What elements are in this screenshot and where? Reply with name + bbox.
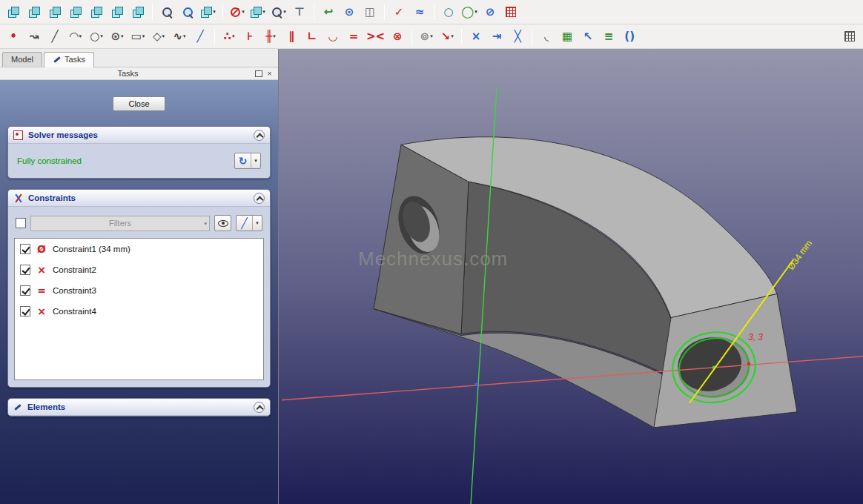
sketch-rectangle-button[interactable]: ▭▾ bbox=[128, 27, 148, 46]
sketch-bspline-button[interactable]: ∿▾ bbox=[170, 27, 189, 46]
filter-checkbox[interactable] bbox=[16, 218, 26, 228]
sketch-circle-button[interactable]: ○▾ bbox=[87, 27, 106, 46]
view-standard-views-button[interactable]: ▾ bbox=[199, 2, 218, 21]
constraint-checkbox[interactable] bbox=[20, 244, 30, 254]
sketch-ellipse-tools-button[interactable]: ◯▾ bbox=[460, 2, 479, 21]
sketch-arc-dropdown-arrow[interactable]: ▾ bbox=[79, 33, 82, 39]
constraint-row[interactable]: =Constraint3 bbox=[15, 280, 263, 301]
toggle-grid-button[interactable] bbox=[840, 27, 859, 46]
sketch-rectangle-dropdown-arrow[interactable]: ▾ bbox=[142, 33, 145, 39]
constraint-settings-dropdown[interactable]: ▾ bbox=[252, 216, 262, 231]
view-stereo-button[interactable]: ▾ bbox=[248, 2, 268, 21]
dimension-dropdown-arrow[interactable]: ▾ bbox=[451, 33, 454, 39]
tab-tasks[interactable]: Tasks bbox=[44, 52, 94, 67]
sketch-polyline-button[interactable]: ↝ bbox=[24, 27, 44, 46]
constrain-lock-button[interactable]: ⊚▾ bbox=[417, 27, 436, 46]
constrain-parallel-button[interactable]: ∥ bbox=[282, 27, 301, 46]
view-fit-all-button[interactable] bbox=[157, 2, 176, 21]
panel-float-button[interactable] bbox=[253, 69, 264, 79]
view-clipping-plane-button[interactable]: ⊤ bbox=[290, 2, 309, 21]
filter-combo-arrow[interactable]: ▾ bbox=[204, 221, 207, 227]
constrain-horizontal-vertical-button[interactable]: ╫▾ bbox=[261, 27, 280, 46]
constrain-parallel-icon: ∥ bbox=[288, 31, 294, 42]
view-standard-views-dropdown-arrow[interactable]: ▾ bbox=[213, 9, 216, 15]
constrain-tangent-button[interactable]: ◡ bbox=[323, 27, 343, 46]
close-task-button[interactable]: Close bbox=[113, 96, 165, 111]
constraint-checkbox[interactable] bbox=[20, 285, 30, 296]
sketch-point-button[interactable]: • bbox=[4, 27, 23, 46]
sketch-conic-dropdown-arrow[interactable]: ▾ bbox=[121, 33, 124, 39]
constrain-coincident-dropdown-arrow[interactable]: ▾ bbox=[232, 33, 235, 39]
constraint-row[interactable]: ØConstraint1 (34 mm) bbox=[15, 239, 263, 259]
sketch-circle-tool-button[interactable]: ○ bbox=[439, 2, 458, 21]
sketch-origin-point[interactable] bbox=[475, 383, 478, 386]
view-top-button[interactable] bbox=[45, 2, 65, 21]
sketch-trim-button[interactable]: × bbox=[466, 27, 486, 46]
view-rear-button[interactable] bbox=[87, 2, 106, 21]
draw-style-dropdown-arrow[interactable]: ▾ bbox=[242, 9, 245, 15]
show-hide-constraints-button[interactable] bbox=[214, 215, 231, 231]
carbon-copy-button[interactable]: ≡ bbox=[599, 27, 618, 46]
solver-collapse-button[interactable] bbox=[254, 130, 265, 141]
view-isometric-button[interactable] bbox=[4, 2, 23, 21]
dimension-button[interactable]: ↘▾ bbox=[437, 27, 457, 46]
constrain-coincident-button[interactable]: ∴▾ bbox=[219, 27, 239, 46]
view-stereo-dropdown-arrow[interactable]: ▾ bbox=[262, 9, 265, 15]
constrain-equal-button[interactable]: = bbox=[344, 27, 363, 46]
sketch-view-normal-button[interactable]: ⊙ bbox=[340, 2, 359, 21]
solver-refresh-dropdown[interactable]: ▾ bbox=[251, 153, 260, 168]
tab-model[interactable]: Model bbox=[2, 52, 42, 67]
toggle-construction-geometry-button[interactable]: ╱ bbox=[191, 27, 210, 46]
draw-style-button[interactable]: ▾ bbox=[228, 2, 247, 21]
view-zoom-tools-button[interactable]: ▾ bbox=[269, 2, 288, 21]
view-left-button[interactable] bbox=[128, 2, 148, 21]
sketch-grid-snap-button[interactable] bbox=[501, 2, 520, 21]
sketch-arc-button[interactable]: ◠▾ bbox=[66, 27, 85, 46]
view-zoom-tools-dropdown-arrow[interactable]: ▾ bbox=[283, 9, 286, 15]
constraints-collapse-button[interactable] bbox=[254, 193, 265, 204]
sketch-polygon-button[interactable]: ◇▾ bbox=[149, 27, 168, 46]
constrain-block-button[interactable]: ⊗ bbox=[388, 27, 407, 46]
view-fit-selection-button[interactable] bbox=[178, 2, 197, 21]
sketch-view-section-button[interactable]: ◫ bbox=[360, 2, 380, 21]
sketch-leave-button[interactable]: ↩ bbox=[319, 2, 338, 21]
sketch-virtual-space-button[interactable]: ⊘ bbox=[480, 2, 500, 21]
filter-combo[interactable]: Filters ▾ bbox=[30, 216, 210, 231]
constraint-row[interactable]: ×Constraint4 bbox=[15, 301, 263, 322]
sketch-symmetry-button[interactable]: () bbox=[620, 27, 639, 46]
sketch-polygon-dropdown-arrow[interactable]: ▾ bbox=[162, 33, 165, 39]
view-bottom-button[interactable] bbox=[108, 2, 127, 21]
constraints-header[interactable]: Constraints bbox=[8, 190, 270, 207]
constrain-point-on-object-button[interactable]: ⊦ bbox=[240, 27, 259, 46]
constraint-settings-icon[interactable]: ╱ bbox=[237, 216, 252, 231]
3d-viewport[interactable]: Ø34 mm 3, 3 Mechnexus.com bbox=[279, 49, 863, 504]
view-right-button[interactable] bbox=[66, 2, 85, 21]
external-geometry-button[interactable]: ↖ bbox=[578, 27, 598, 46]
view-front-button[interactable] bbox=[24, 2, 44, 21]
sketch-circle-dropdown-arrow[interactable]: ▾ bbox=[100, 33, 103, 39]
sketch-bspline-dropdown-arrow[interactable]: ▾ bbox=[183, 33, 186, 39]
circle-edge-point[interactable] bbox=[747, 362, 750, 365]
constrain-symmetric-button[interactable]: >< bbox=[365, 27, 386, 46]
sketch-ellipse-tools-dropdown-arrow[interactable]: ▾ bbox=[475, 9, 477, 15]
elements-collapse-button[interactable] bbox=[254, 402, 265, 413]
viewport-canvas[interactable]: Ø34 mm 3, 3 Mechnexus.com bbox=[279, 49, 863, 504]
sketch-array-button[interactable]: ▦ bbox=[558, 27, 577, 46]
constrain-perpendicular-button[interactable]: ∟ bbox=[302, 27, 322, 46]
elements-header[interactable]: Elements bbox=[8, 399, 270, 416]
constrain-horizontal-vertical-dropdown-arrow[interactable]: ▾ bbox=[273, 33, 276, 39]
constraint-checkbox[interactable] bbox=[20, 306, 30, 316]
panel-close-button[interactable]: × bbox=[264, 69, 275, 79]
sketch-extend-button[interactable]: ⇥ bbox=[487, 27, 506, 46]
constraint-checkbox[interactable] bbox=[20, 265, 30, 275]
constraint-row[interactable]: ×Constraint2 bbox=[15, 259, 263, 280]
sketch-validate-button[interactable]: ✓ bbox=[389, 2, 409, 21]
sketch-split-button[interactable]: ╳ bbox=[508, 27, 527, 46]
constrain-lock-dropdown-arrow[interactable]: ▾ bbox=[430, 33, 433, 39]
solver-messages-header[interactable]: Solver messages bbox=[8, 127, 270, 144]
sketch-line-button[interactable]: ╱ bbox=[45, 27, 65, 46]
sketch-merge-button[interactable]: ≈ bbox=[410, 2, 429, 21]
refresh-icon[interactable]: ↻ bbox=[235, 153, 251, 168]
sketch-fillet-button[interactable]: ◟ bbox=[537, 27, 556, 46]
sketch-conic-button[interactable]: ⊙▾ bbox=[108, 27, 127, 46]
